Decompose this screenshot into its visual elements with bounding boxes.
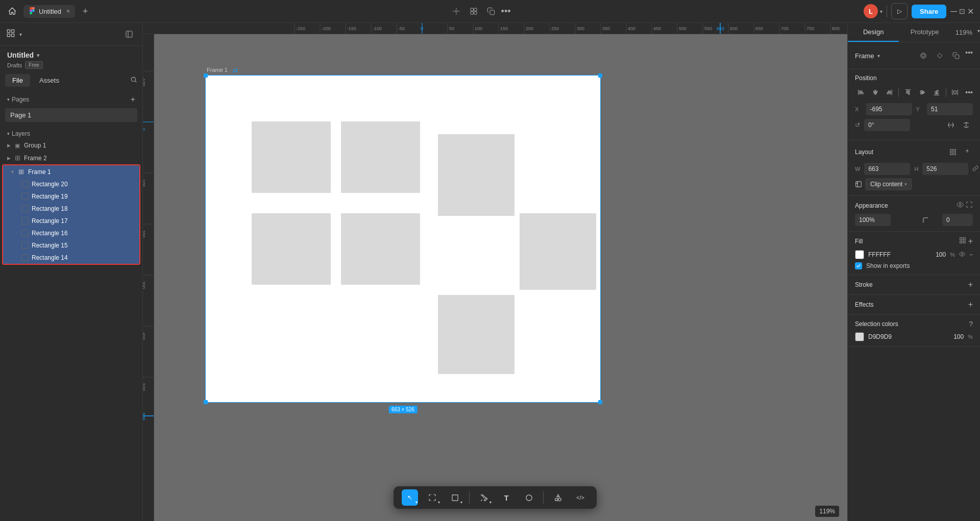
component-icon[interactable] [467,4,481,18]
frame1-box[interactable]: 663 × 526 [205,75,601,403]
flip-v-button[interactable] [960,118,973,132]
frame-copy-icon[interactable] [949,48,963,63]
opacity-input[interactable] [855,214,891,226]
rect20-checkbox[interactable] [21,181,29,188]
layer-group1[interactable]: ▶ ▣ Group 1 [0,139,142,152]
rect-placeholder-6[interactable] [520,213,596,290]
fill-grid-button[interactable] [959,237,966,246]
remove-fill-button[interactable]: − [969,251,973,258]
fill-color-swatch[interactable] [855,250,864,259]
group1-expand-icon[interactable]: ▶ [7,143,11,148]
align-more-button[interactable]: ••• [965,88,973,96]
home-button[interactable] [4,3,20,19]
zoom-indicator[interactable]: 119% [815,506,839,517]
shape-tool-button[interactable] [521,489,537,506]
rect-placeholder-4[interactable] [252,213,331,285]
maximize-button[interactable]: ⊡ [959,7,965,15]
frame-fit-icon[interactable] [916,48,930,63]
rect14-checkbox[interactable] [21,254,29,261]
layer-rect15[interactable]: Rectangle 15 [3,239,139,252]
align-center-h-button[interactable] [869,86,881,99]
share-button[interactable]: Share [912,5,946,18]
rect-tool-button[interactable]: ▾ [447,489,463,506]
frame-more-button[interactable]: ••• [965,48,973,63]
minimize-button[interactable]: ─ [950,6,957,17]
frame-tool-button[interactable]: ▾ [424,489,440,506]
show-exports-checkbox[interactable] [855,262,862,269]
rect-placeholder-7[interactable] [438,295,514,374]
rect15-checkbox[interactable] [21,242,29,249]
layer-rect18[interactable]: Rectangle 18 [3,203,139,215]
rotation-input[interactable] [864,119,910,131]
text-tool-button[interactable]: T [498,489,514,506]
zoom-display[interactable]: 119% [950,23,977,42]
height-input[interactable] [922,163,968,175]
sel-color-swatch[interactable] [855,332,864,341]
help-button[interactable]: ? [969,320,973,328]
new-tab-button[interactable]: + [78,4,92,18]
align-middle-button[interactable] [916,86,928,99]
layer-rect17[interactable]: Rectangle 17 [3,215,139,227]
layer-frame1[interactable]: ▼ ⊞ Frame 1 [3,165,139,178]
grid-chevron-icon[interactable]: ▾ [19,32,22,37]
file-tab[interactable]: Untitled × [23,5,75,18]
wh-link-icon[interactable] [972,165,978,173]
flip-h-button[interactable] [944,118,958,132]
layer-rect14[interactable]: Rectangle 14 [3,252,139,264]
clip-content-dropdown[interactable]: Clip content ▾ [865,178,912,190]
file-tab-button[interactable]: File [5,74,30,87]
grid-view-icon[interactable] [6,29,15,40]
frame-selector[interactable]: Frame ▾ [855,47,973,64]
align-top-button[interactable] [902,86,914,99]
align-left-button[interactable] [855,86,867,99]
pages-header[interactable]: ▾ Pages + [5,93,137,106]
pen-tool-button[interactable]: ▾ [476,489,492,506]
prototype-tab[interactable]: Prototype [899,23,950,42]
zoom-chevron-icon[interactable]: ▾ [977,23,980,42]
canvas-area[interactable]: -250 -200 -150 -100 -50 0 50 100 [143,23,847,521]
align-right-button[interactable] [884,86,896,99]
copy-icon[interactable] [484,4,498,18]
rect-placeholder-3[interactable] [438,134,514,216]
add-effect-button[interactable]: + [968,300,973,309]
user-avatar[interactable]: L [864,4,878,18]
rect-placeholder-2[interactable] [341,121,420,193]
add-stroke-button[interactable]: + [968,280,973,289]
fullscreen-button[interactable] [966,201,973,210]
layer-rect20[interactable]: Rectangle 20 [3,178,139,190]
layout-grid-button[interactable] [946,145,960,159]
visibility-button[interactable] [957,201,964,210]
layer-frame2[interactable]: ▶ ⊞ Frame 2 [0,152,142,164]
rect18-checkbox[interactable] [21,205,29,212]
project-title[interactable]: Untitled ▾ [7,51,135,59]
play-button[interactable]: ▷ [891,3,908,19]
distribute-h-button[interactable] [949,86,962,99]
layers-header[interactable]: ▾ Layers [0,128,142,139]
rect-placeholder-1[interactable] [252,121,331,193]
width-input[interactable] [864,163,910,175]
code-tool-button[interactable]: </> [572,489,589,506]
toggle-sidebar-button[interactable] [122,27,136,41]
close-window-button[interactable]: ✕ [967,7,974,16]
tab-close-button[interactable]: × [66,8,70,15]
fill-visibility-button[interactable] [959,251,965,259]
more-options-button[interactable]: ••• [501,6,511,17]
layer-rect19[interactable]: Rectangle 19 [3,190,139,203]
frame-component-icon[interactable] [933,48,947,63]
canvas-content[interactable]: Frame 1 ⇄ [154,34,847,521]
rect17-checkbox[interactable] [21,217,29,225]
radius-input[interactable] [942,214,973,226]
distribute-icon[interactable] [449,4,463,18]
component-tool-button[interactable] [550,489,566,506]
layer-rect16[interactable]: Rectangle 16 [3,227,139,239]
y-input[interactable] [927,103,973,115]
select-tool-button[interactable]: ↖ ▾ [402,489,418,506]
rect-placeholder-5[interactable] [341,213,420,285]
design-tab[interactable]: Design [848,23,899,42]
frame1-expand-icon[interactable]: ▼ [10,169,15,175]
align-bottom-button[interactable] [930,86,943,99]
rect19-checkbox[interactable] [21,193,29,200]
user-chevron-icon[interactable]: ▾ [880,9,883,14]
page-item-1[interactable]: Page 1 [5,108,137,122]
frame2-expand-icon[interactable]: ▶ [7,156,11,161]
